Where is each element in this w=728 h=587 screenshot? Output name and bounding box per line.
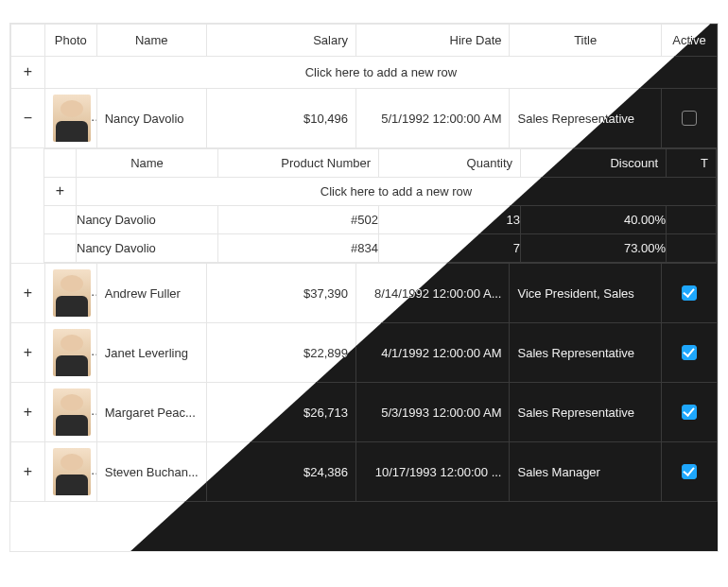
cell-title[interactable]: Sales Representative: [510, 383, 661, 442]
cell-name[interactable]: Steven Buchan...: [96, 442, 206, 502]
avatar: [53, 269, 91, 317]
nested-header-total[interactable]: T: [667, 149, 717, 178]
cell-title[interactable]: Sales Representative: [510, 323, 661, 383]
header-active[interactable]: Active: [661, 25, 717, 57]
cell-salary[interactable]: $10,496: [206, 89, 355, 148]
nested-cell-disc[interactable]: 40.00%: [521, 206, 667, 234]
table-row[interactable]: + Andrew Fuller $37,390 8/14/1992 12:00:…: [11, 264, 718, 323]
cell-title[interactable]: Vice President, Sales: [510, 264, 661, 323]
add-row-label[interactable]: Click here to add a new row: [44, 57, 717, 89]
plus-icon[interactable]: +: [55, 185, 66, 197]
table-row[interactable]: + Steven Buchan... $24,386 10/17/1993 12…: [11, 442, 718, 502]
light-theme-layer: Photo Name Salary Hire Date Title Active…: [10, 24, 718, 551]
cell-salary[interactable]: $22,899: [206, 323, 355, 383]
nested-grid: Name Product Number Quantity Discount T …: [43, 148, 717, 263]
table-row[interactable]: + Janet Leverling $22,899 4/1/1992 12:00…: [11, 323, 718, 383]
header-photo[interactable]: Photo: [44, 25, 96, 57]
cell-salary[interactable]: $37,390: [206, 264, 355, 323]
nested-cell-qty[interactable]: 7: [379, 234, 521, 263]
header-row: Photo Name Salary Hire Date Title Active: [11, 25, 718, 57]
active-checkbox[interactable]: [682, 464, 697, 479]
plus-icon[interactable]: +: [22, 406, 33, 418]
cell-salary[interactable]: $24,386: [206, 442, 355, 502]
nested-row[interactable]: Nancy Davolio #502 13 40.00%: [44, 206, 717, 234]
cell-name[interactable]: Nancy Davolio: [96, 89, 206, 148]
cell-title[interactable]: Sales Manager: [510, 442, 661, 502]
avatar: [53, 95, 91, 142]
minus-icon[interactable]: −: [22, 112, 33, 124]
nested-header-name[interactable]: Name: [77, 149, 218, 178]
cell-hire[interactable]: 5/1/1992 12:00:00 AM: [356, 89, 510, 148]
nested-grid-wrap: Name Product Number Quantity Discount T …: [11, 148, 718, 264]
cell-hire[interactable]: 8/14/1992 12:00:00 A...: [356, 264, 510, 323]
cell-name[interactable]: Andrew Fuller: [96, 264, 206, 323]
plus-icon[interactable]: +: [22, 466, 33, 477]
nested-cell-prod[interactable]: #834: [218, 234, 379, 263]
nested-row[interactable]: Nancy Davolio #834 7 73.00%: [44, 234, 717, 263]
nested-cell-disc[interactable]: 73.00%: [521, 234, 667, 263]
cell-salary[interactable]: $26,713: [206, 383, 355, 442]
table-row[interactable]: − Nancy Davolio $10,496 5/1/1992 12:00:0…: [11, 89, 718, 148]
nested-add-row-label[interactable]: Click here to add a new row: [77, 178, 717, 206]
avatar: [53, 448, 91, 495]
nested-cell-qty[interactable]: 13: [379, 206, 521, 234]
active-checkbox[interactable]: [682, 345, 697, 360]
plus-icon[interactable]: +: [22, 347, 33, 358]
active-checkbox[interactable]: [682, 405, 697, 420]
employees-table: Photo Name Salary Hire Date Title Active…: [10, 24, 718, 502]
avatar: [53, 329, 91, 376]
add-new-row[interactable]: + Click here to add a new row: [11, 57, 718, 89]
active-checkbox[interactable]: [682, 285, 697, 301]
plus-icon[interactable]: +: [22, 287, 33, 299]
cell-hire[interactable]: 5/3/1993 12:00:00 AM: [356, 383, 510, 442]
nested-header-disc[interactable]: Discount: [521, 149, 667, 178]
cell-name[interactable]: Janet Leverling: [96, 323, 206, 383]
plus-icon[interactable]: +: [22, 66, 33, 78]
nested-cell-prod[interactable]: #502: [218, 206, 379, 234]
header-expander: [11, 25, 45, 57]
avatar: [53, 388, 91, 436]
header-name[interactable]: Name: [96, 25, 206, 57]
header-hire[interactable]: Hire Date: [356, 25, 510, 57]
nested-header-prod[interactable]: Product Number: [218, 149, 379, 178]
nested-cell-name[interactable]: Nancy Davolio: [77, 206, 218, 234]
cell-hire[interactable]: 4/1/1992 12:00:00 AM: [356, 323, 510, 383]
nested-add-row[interactable]: + Click here to add a new row: [44, 178, 717, 206]
table-row[interactable]: + Margaret Peac... $26,713 5/3/1993 12:0…: [11, 383, 718, 442]
active-checkbox[interactable]: [682, 111, 697, 126]
nested-header-qty[interactable]: Quantity: [379, 149, 521, 178]
cell-hire[interactable]: 10/17/1993 12:00:00 ...: [356, 442, 510, 502]
header-title[interactable]: Title: [510, 25, 661, 57]
cell-title[interactable]: Sales Representative: [510, 89, 661, 148]
nested-header-row: Name Product Number Quantity Discount T: [44, 149, 717, 178]
header-salary[interactable]: Salary: [206, 25, 355, 57]
nested-cell-name[interactable]: Nancy Davolio: [77, 234, 218, 263]
cell-name[interactable]: Margaret Peac...: [96, 383, 206, 442]
data-grid: Photo Name Salary Hire Date Title Active…: [9, 23, 719, 552]
